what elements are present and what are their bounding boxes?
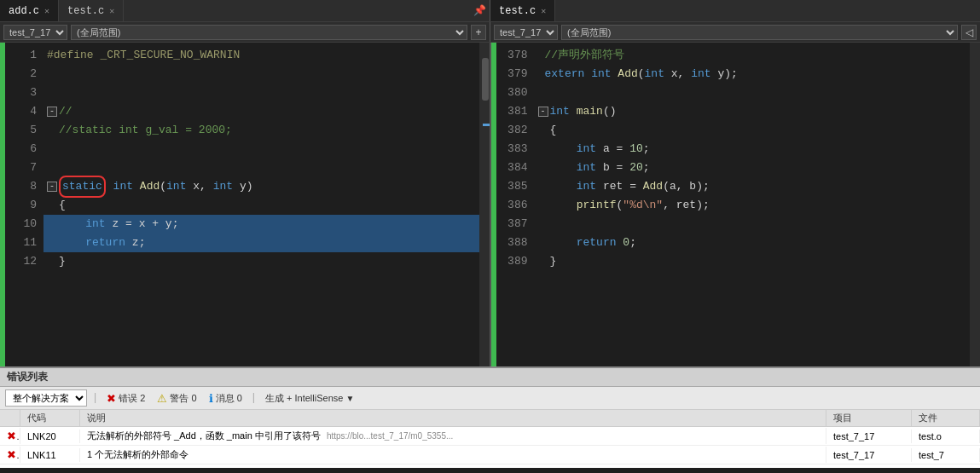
message-count-label: 消息 0 bbox=[216, 392, 242, 405]
error-row-2-error-icon: ✖ bbox=[7, 448, 20, 461]
error-list-header: 代码 说明 项目 文件 bbox=[0, 410, 980, 427]
header-project-col: 项目 bbox=[826, 410, 912, 426]
close-add-c-icon[interactable]: ✕ bbox=[44, 6, 49, 16]
collapse-4[interactable]: - bbox=[47, 107, 57, 117]
build-dropdown-arrow[interactable]: ▼ bbox=[345, 394, 354, 403]
warning-count-label: 警告 0 bbox=[170, 392, 196, 405]
header-icon-col bbox=[0, 410, 20, 426]
left-scope-select1[interactable]: test_7_17 bbox=[3, 25, 67, 40]
code-line-8: - static int Add ( int x, int y) bbox=[43, 177, 479, 196]
code-line-6 bbox=[43, 140, 479, 159]
error-row-1-error-icon: ✖ bbox=[7, 430, 20, 442]
code-line-9: { bbox=[43, 196, 479, 215]
left-scrollbar[interactable] bbox=[479, 43, 490, 366]
build-label: 生成 + IntelliSense bbox=[265, 392, 343, 405]
code-line-3 bbox=[43, 84, 479, 102]
error-row-2-file: test_7 bbox=[912, 448, 980, 462]
error-panel: 错误列表 整个解决方案 | ✖ 错误 2 ⚠ 警告 0 ℹ 消息 0 | 生成 … bbox=[0, 366, 980, 468]
pin-icon[interactable]: 📌 bbox=[473, 4, 486, 17]
left-scope-select2[interactable]: (全局范围) bbox=[71, 25, 467, 40]
collapse-8[interactable]: - bbox=[47, 182, 57, 192]
code-line-12: } bbox=[43, 252, 479, 271]
right-scrollbar[interactable] bbox=[970, 43, 980, 366]
code-line-1: #define _CRT_SECURE_NO_WARNIN bbox=[43, 46, 479, 65]
left-code: #define _CRT_SECURE_NO_WARNIN - // //sta… bbox=[43, 43, 479, 366]
right-scope-select2[interactable]: (全局范围) bbox=[561, 25, 958, 40]
close-test-c-right-icon[interactable]: ✕ bbox=[541, 6, 546, 16]
error-row-1-icon: ✖ bbox=[0, 428, 20, 444]
error-count-label: 错误 2 bbox=[119, 392, 145, 405]
collapse-381[interactable]: - bbox=[538, 107, 548, 117]
header-code-col: 代码 bbox=[20, 410, 80, 426]
error-list: 代码 说明 项目 文件 ✖ LNK20 无法解析的外部符号 _Add，函数 _m… bbox=[0, 410, 980, 468]
rcode-line-378: //声明外部符号 bbox=[535, 46, 971, 65]
scroll-thumb bbox=[482, 58, 489, 101]
header-file-col: 文件 bbox=[912, 410, 980, 426]
right-scope-select1[interactable]: test_7_17 bbox=[494, 25, 558, 40]
tab-add-c-label: add.c bbox=[9, 5, 39, 17]
rcode-line-382: { bbox=[535, 121, 971, 140]
error-count-btn[interactable]: ✖ 错误 2 bbox=[103, 391, 148, 406]
header-desc-col: 说明 bbox=[80, 410, 826, 426]
code-line-4: - // bbox=[43, 102, 479, 121]
left-line-numbers: 1 2 3 4 5 6 7 8 9 10 11 12 bbox=[5, 43, 43, 366]
error-icon: ✖ bbox=[107, 392, 116, 405]
tab-test-c-left[interactable]: test.c ✕ bbox=[59, 0, 124, 21]
rcode-line-388: return 0 ; bbox=[535, 234, 971, 252]
error-row-1-project: test_7_17 bbox=[826, 430, 912, 443]
warning-count-btn[interactable]: ⚠ 警告 0 bbox=[154, 391, 200, 406]
error-panel-title: 错误列表 bbox=[0, 368, 980, 387]
rcode-line-383: int a = 10 ; bbox=[535, 140, 971, 159]
rcode-line-380 bbox=[535, 84, 971, 102]
error-row-2-desc: 1 个无法解析的外部命令 bbox=[80, 447, 826, 463]
tab-test-c-right-label: test.c bbox=[499, 5, 536, 17]
error-panel-title-text: 错误列表 bbox=[7, 371, 48, 383]
error-row-1[interactable]: ✖ LNK20 无法解析的外部符号 _Add，函数 _main 中引用了该符号 … bbox=[0, 427, 980, 446]
right-toolbar-btn[interactable]: ◁ bbox=[961, 25, 977, 40]
error-toolbar: 整个解决方案 | ✖ 错误 2 ⚠ 警告 0 ℹ 消息 0 | 生成 + Int… bbox=[0, 387, 980, 410]
rcode-line-384: int b = 20 ; bbox=[535, 159, 971, 177]
error-row-2[interactable]: ✖ LNK11 1 个无法解析的外部命令 test_7_17 test_7 bbox=[0, 446, 980, 464]
separator1: | bbox=[92, 392, 98, 404]
rcode-line-379: extern int Add ( int x, int y); bbox=[535, 65, 971, 84]
rcode-line-386: printf ( "%d\n" , ret); bbox=[535, 196, 971, 215]
error-scope-select[interactable]: 整个解决方案 bbox=[5, 389, 87, 407]
error-row-1-code: LNK20 bbox=[20, 430, 80, 443]
rcode-line-389: } bbox=[535, 252, 971, 271]
error-row-2-project: test_7_17 bbox=[826, 448, 912, 462]
message-icon: ℹ bbox=[209, 392, 213, 405]
left-toolbar-plus[interactable]: + bbox=[471, 25, 486, 40]
code-line-10: int z = x + y; bbox=[43, 215, 479, 234]
code-line-2 bbox=[43, 65, 479, 84]
blue-cursor-marker bbox=[483, 124, 490, 126]
static-oval: static bbox=[59, 176, 106, 198]
code-line-5: //static int g_val = 2000; bbox=[43, 121, 479, 140]
close-test-c-icon[interactable]: ✕ bbox=[109, 6, 114, 16]
error-row-1-file: test.o bbox=[912, 430, 980, 443]
warning-icon: ⚠ bbox=[157, 392, 167, 405]
tab-add-c[interactable]: add.c ✕ bbox=[0, 0, 59, 21]
right-line-numbers: 378 379 380 381 382 383 384 385 386 387 … bbox=[496, 43, 535, 366]
code-line-7 bbox=[43, 159, 479, 177]
error-row-2-code: LNK11 bbox=[20, 448, 80, 462]
build-intellisense-btn[interactable]: 生成 + IntelliSense ▼ bbox=[262, 391, 357, 406]
error-row-2-icon: ✖ bbox=[0, 447, 20, 463]
separator2: | bbox=[251, 392, 257, 404]
url-hint: https://blo...test_7_17/m0_5355... bbox=[323, 431, 453, 441]
rcode-line-381: - int main () bbox=[535, 102, 971, 121]
message-count-btn[interactable]: ℹ 消息 0 bbox=[206, 391, 246, 406]
error-row-1-desc: 无法解析的外部符号 _Add，函数 _main 中引用了该符号 https://… bbox=[80, 428, 826, 444]
right-code: //声明外部符号 extern int Add ( int x, int y); bbox=[535, 43, 971, 366]
rcode-line-387 bbox=[535, 215, 971, 234]
code-line-11: return z; bbox=[43, 234, 479, 252]
tab-test-c-left-label: test.c bbox=[67, 5, 104, 17]
rcode-line-385: int ret = Add (a, b); bbox=[535, 177, 971, 196]
tab-test-c-right[interactable]: test.c ✕ bbox=[490, 0, 555, 21]
